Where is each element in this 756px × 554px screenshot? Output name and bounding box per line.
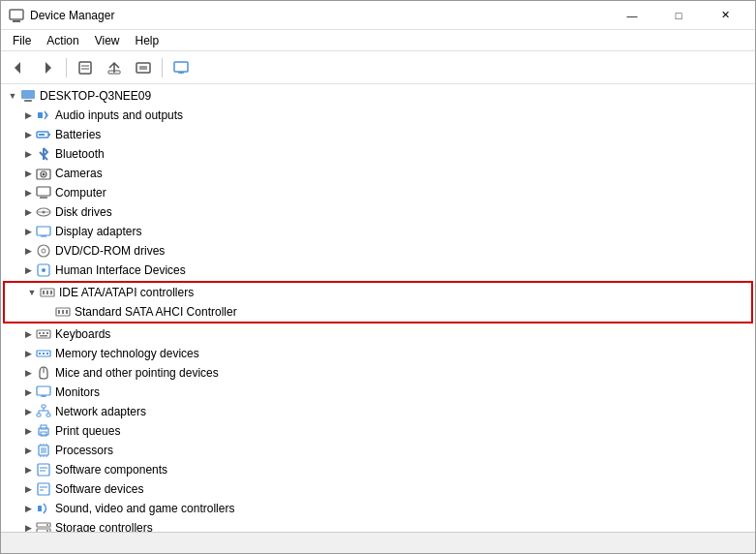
ide-icon [40, 285, 55, 300]
tree-item-memory[interactable]: ▶ Memory technology devices [1, 344, 755, 363]
svg-marker-3 [15, 62, 20, 74]
displayadapters-expand-icon: ▶ [20, 224, 36, 239]
keyboards-expand-icon: ▶ [20, 326, 36, 342]
maximize-button[interactable]: □ [656, 1, 701, 30]
ide-expand-icon: ▼ [24, 285, 40, 300]
tree-root[interactable]: ▼ DESKTOP-Q3NEE09 [1, 86, 755, 106]
menu-bar: File Action View Help [1, 30, 755, 51]
update-driver-button[interactable] [101, 54, 128, 81]
keyboards-label: Keyboards [55, 327, 110, 341]
cameras-expand-icon: ▶ [20, 166, 36, 181]
tree-item-keyboards[interactable]: ▶ Keyboards [1, 324, 755, 344]
tree-item-print[interactable]: ▶ Print queues [1, 421, 755, 441]
svg-rect-24 [37, 187, 50, 196]
sata-icon [55, 304, 71, 320]
svg-rect-49 [39, 353, 41, 354]
network-label: Network adapters [55, 405, 146, 418]
svg-rect-14 [21, 90, 35, 99]
network-icon [36, 404, 51, 419]
tree-item-cameras[interactable]: ▶ Cameras [1, 164, 755, 183]
svg-rect-11 [174, 62, 188, 72]
monitors-icon [36, 385, 51, 400]
svg-rect-44 [39, 332, 41, 334]
print-icon [36, 423, 51, 439]
close-button[interactable]: ✕ [703, 1, 747, 30]
displayadapters-label: Display adapters [55, 225, 141, 238]
tree-item-computer[interactable]: ▶ Computer [1, 183, 755, 202]
audio-expand-icon: ▶ [20, 108, 36, 123]
storage-icon [36, 520, 51, 532]
hid-label: Human Interface Devices [55, 263, 186, 277]
processors-expand-icon: ▶ [20, 443, 36, 458]
tree-item-displayadapters[interactable]: ▶ Display adapters [1, 222, 755, 241]
tree-item-mice[interactable]: ▶ Mice and other pointing devices [1, 363, 755, 383]
svg-point-34 [42, 268, 45, 272]
tree-item-batteries[interactable]: ▶ Batteries [1, 125, 755, 144]
bluetooth-label: Bluetooth [55, 147, 105, 161]
svg-marker-4 [45, 62, 51, 74]
tree-item-ide[interactable]: ▼ IDE ATA/ATAPI controllers [5, 283, 751, 302]
diskdrives-expand-icon: ▶ [20, 204, 36, 220]
computer-label: Computer [55, 186, 106, 200]
tree-item-storage[interactable]: ▶ Storage controllers [1, 518, 755, 532]
properties-button[interactable] [72, 54, 99, 81]
hid-expand-icon: ▶ [20, 262, 36, 278]
svg-point-31 [38, 245, 49, 257]
ide-highlight-group: ▼ IDE ATA/ATAPI controllers [3, 281, 753, 323]
svg-rect-0 [10, 10, 23, 19]
tree-item-hid[interactable]: ▶ Human Interface Devices [1, 261, 755, 280]
tree-view[interactable]: ▼ DESKTOP-Q3NEE09 ▶ [1, 84, 755, 532]
mice-expand-icon: ▶ [20, 365, 36, 381]
svg-rect-50 [43, 353, 45, 354]
mice-icon [36, 365, 51, 381]
sata-expand-icon [40, 304, 55, 320]
processors-label: Processors [55, 444, 113, 457]
title-bar: Device Manager — □ ✕ [1, 1, 755, 30]
svg-rect-74 [38, 464, 49, 476]
svg-rect-20 [39, 134, 45, 136]
sound-label: Sound, video and game controllers [55, 502, 234, 515]
tree-item-softwarecomponents[interactable]: ▶ Software components [1, 460, 755, 479]
svg-rect-10 [139, 66, 147, 70]
menu-file[interactable]: File [5, 32, 39, 49]
minimize-button[interactable]: — [610, 1, 654, 30]
tree-item-sound[interactable]: ▶ Sound, video and game controllers [1, 499, 755, 518]
tree-item-diskdrives[interactable]: ▶ Disk drives [1, 202, 755, 222]
svg-rect-77 [38, 483, 49, 495]
forward-button[interactable] [34, 54, 61, 81]
tree-item-processors[interactable]: ▶ Processors [1, 441, 755, 460]
dvd-label: DVD/CD-ROM drives [55, 244, 165, 258]
menu-action[interactable]: Action [39, 32, 86, 49]
monitor-button[interactable] [167, 54, 195, 81]
back-button[interactable] [5, 54, 32, 81]
scan-hardware-button[interactable] [130, 54, 157, 81]
bluetooth-expand-icon: ▶ [20, 146, 36, 162]
tree-item-sata[interactable]: Standard SATA AHCI Controller [5, 302, 751, 322]
svg-rect-40 [58, 310, 60, 314]
app-icon [9, 8, 24, 23]
mice-label: Mice and other pointing devices [55, 366, 219, 380]
window-controls: — □ ✕ [610, 1, 747, 30]
tree-item-dvd[interactable]: ▶ DVD/CD-ROM drives [1, 241, 755, 261]
tree-item-softwaredevices[interactable]: ▶ Software devices [1, 479, 755, 499]
tree-item-audio[interactable]: ▶ Audio inputs and outputs [1, 106, 755, 125]
monitors-label: Monitors [55, 385, 100, 399]
softwaredevices-label: Software devices [55, 482, 143, 496]
processors-icon [36, 443, 51, 458]
svg-rect-41 [62, 310, 64, 314]
audio-icon [36, 108, 51, 123]
menu-view[interactable]: View [87, 32, 128, 49]
svg-rect-57 [37, 414, 41, 416]
storage-expand-icon: ▶ [20, 520, 36, 532]
tree-item-bluetooth[interactable]: ▶ Bluetooth [1, 144, 755, 164]
tree-item-monitors[interactable]: ▶ Monitors [1, 383, 755, 402]
batteries-expand-icon: ▶ [20, 127, 36, 142]
svg-rect-56 [42, 405, 45, 408]
menu-help[interactable]: Help [128, 32, 167, 49]
svg-point-83 [46, 524, 48, 526]
toolbar-sep-2 [162, 58, 163, 77]
tree-item-network[interactable]: ▶ Network adapters [1, 402, 755, 421]
main-content: ▼ DESKTOP-Q3NEE09 ▶ [1, 84, 755, 532]
computer-icon [20, 88, 36, 104]
svg-rect-37 [46, 291, 48, 294]
